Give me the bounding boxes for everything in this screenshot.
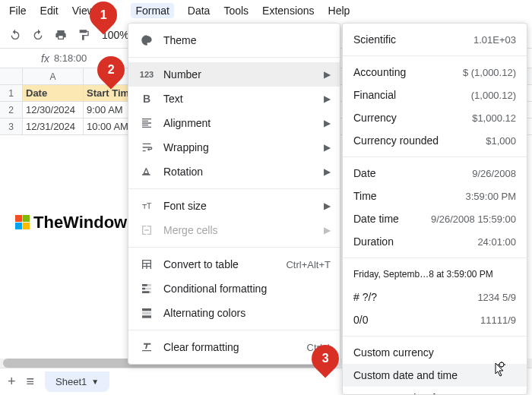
menu-item-label: Rotation — [163, 166, 324, 178]
submenu-item-datetime[interactable]: Date time 9/26/2008 15:59:00 — [343, 207, 527, 230]
menu-item-altcolors[interactable]: Alternating colors — [128, 301, 340, 325]
menu-item-convert-table[interactable]: Convert to table Ctrl+Alt+T — [128, 252, 340, 276]
submenu-value: 24:01:00 — [477, 236, 516, 248]
menu-item-label: Font size — [163, 200, 324, 212]
submenu-label: Currency rounded — [353, 134, 486, 147]
row-number[interactable]: 3 — [0, 118, 23, 134]
menu-item-label: Clear formatting — [163, 341, 307, 353]
menu-item-clear[interactable]: Clear formatting Ctrl+\ — [128, 335, 340, 359]
menu-data[interactable]: Data — [188, 5, 211, 17]
submenu-label: Custom date and time — [353, 369, 516, 381]
menu-item-alignment[interactable]: Alignment ▶ — [128, 111, 340, 135]
menu-item-conditional[interactable]: Conditional formatting — [128, 276, 340, 301]
theme-icon — [138, 34, 156, 46]
menu-help[interactable]: Help — [328, 5, 350, 17]
undo-icon[interactable] — [8, 27, 23, 43]
wrapping-icon — [138, 141, 156, 153]
submenu-label: Time — [353, 190, 466, 202]
cell[interactable]: Date — [23, 85, 84, 101]
submenu-item-currency[interactable]: Currency $1,000.12 — [343, 106, 527, 129]
menu-file[interactable]: File — [9, 5, 27, 17]
menu-item-number[interactable]: 123 Number ▶ — [128, 62, 340, 87]
chevron-right-icon: ▶ — [324, 225, 331, 235]
submenu-label: Financial — [353, 89, 471, 101]
submenu-item-friday[interactable]: Friday, Septemb…8 at 3:59:00 PM — [343, 263, 527, 286]
menu-item-merge[interactable]: Merge cells ▶ — [128, 218, 340, 242]
menu-extensions[interactable]: Extensions — [262, 5, 314, 17]
sheet-tab-label: Sheet1 — [55, 376, 87, 387]
svg-rect-6 — [23, 223, 30, 229]
all-sheets-button[interactable]: ≡ — [27, 374, 35, 390]
submenu-label: Accounting — [353, 66, 463, 78]
submenu-item-frac1[interactable]: # ?/? 1234 5/9 — [343, 286, 527, 308]
menu-shortcut: Ctrl+Alt+T — [286, 259, 331, 270]
menu-edit[interactable]: Edit — [40, 5, 59, 17]
submenu-value: (1,000.12) — [471, 90, 516, 101]
submenu-item-custom-number[interactable]: Custom number format — [343, 387, 527, 395]
submenu-value: 1.01E+03 — [473, 34, 516, 46]
print-icon[interactable] — [53, 27, 68, 43]
submenu-value: 3:59:00 PM — [466, 191, 517, 202]
col-header-a[interactable]: A — [23, 68, 84, 84]
menu-item-label: Alignment — [163, 117, 324, 129]
rotation-icon — [138, 166, 156, 178]
menu-item-theme[interactable]: Theme — [128, 28, 340, 52]
menu-tools[interactable]: Tools — [223, 5, 249, 17]
submenu-label: Date time — [353, 213, 431, 225]
submenu-value: 11111/9 — [480, 314, 516, 326]
alignment-icon — [138, 117, 156, 129]
submenu-item-financial[interactable]: Financial (1,000.12) — [343, 84, 527, 106]
submenu-item-frac2[interactable]: 0/0 11111/9 — [343, 308, 527, 331]
submenu-value: $1,000 — [486, 135, 516, 147]
chevron-down-icon: ▼ — [91, 378, 99, 386]
menu-item-rotation[interactable]: Rotation ▶ — [128, 160, 340, 184]
submenu-value: 9/26/2008 — [472, 168, 516, 179]
svg-rect-3 — [15, 215, 22, 222]
submenu-item-time[interactable]: Time 3:59:00 PM — [343, 185, 527, 207]
menu-item-label: Text — [163, 93, 324, 105]
cell[interactable]: 12/31/2024 — [23, 118, 84, 134]
submenu-item-scientific[interactable]: Scientific 1.01E+03 — [343, 28, 527, 51]
menu-item-label: Merge cells — [163, 224, 324, 236]
menu-item-wrapping[interactable]: Wrapping ▶ — [128, 135, 340, 160]
submenu-value: 9/26/2008 15:59:00 — [431, 213, 516, 225]
font-size-icon: ᴛT — [138, 201, 156, 211]
row-number[interactable]: 1 — [0, 85, 23, 101]
chevron-right-icon: ▶ — [324, 69, 331, 80]
formula-value[interactable]: 8:18:00 — [54, 52, 87, 64]
submenu-item-currency-rounded[interactable]: Currency rounded $1,000 — [343, 129, 527, 152]
table-icon — [138, 258, 156, 270]
submenu-item-duration[interactable]: Duration 24:01:00 — [343, 230, 527, 253]
submenu-item-custom-currency[interactable]: Custom currency — [343, 341, 527, 364]
mouse-cursor-icon — [492, 362, 506, 378]
redo-icon[interactable] — [30, 27, 46, 43]
chevron-right-icon: ▶ — [324, 118, 331, 128]
row-number[interactable]: 2 — [0, 102, 23, 118]
submenu-value: $1,000.12 — [472, 112, 516, 124]
submenu-value: 1234 5/9 — [477, 292, 516, 303]
number-submenu: Scientific 1.01E+03 Accounting $ (1,000.… — [342, 23, 527, 395]
submenu-item-date[interactable]: Date 9/26/2008 — [343, 162, 527, 185]
submenu-label: Friday, Septemb…8 at 3:59:00 PM — [353, 269, 516, 280]
sheet-tab[interactable]: Sheet1 ▼ — [45, 371, 109, 392]
select-all-corner[interactable] — [0, 68, 23, 84]
submenu-label: Custom currency — [353, 346, 516, 359]
submenu-item-accounting[interactable]: Accounting $ (1,000.12) — [343, 61, 527, 84]
alternating-colors-icon — [138, 307, 156, 319]
submenu-label: Date — [353, 167, 472, 179]
submenu-label: 0/0 — [353, 314, 480, 326]
svg-rect-1 — [142, 312, 151, 314]
submenu-label: Currency — [353, 112, 472, 124]
menu-format[interactable]: Format — [131, 3, 173, 18]
paint-format-icon[interactable] — [76, 27, 91, 43]
fx-icon: fx — [36, 52, 54, 65]
cell[interactable]: 12/30/2024 — [23, 102, 84, 118]
merge-icon — [138, 224, 156, 236]
submenu-label: # ?/? — [353, 291, 477, 303]
conditional-icon — [138, 283, 156, 295]
menu-item-text[interactable]: B Text ▶ — [128, 87, 340, 111]
add-sheet-button[interactable]: + — [8, 374, 16, 390]
menu-item-font-size[interactable]: ᴛT Font size ▶ — [128, 194, 340, 218]
submenu-value: $ (1,000.12) — [463, 67, 516, 78]
submenu-label: Duration — [353, 235, 477, 248]
